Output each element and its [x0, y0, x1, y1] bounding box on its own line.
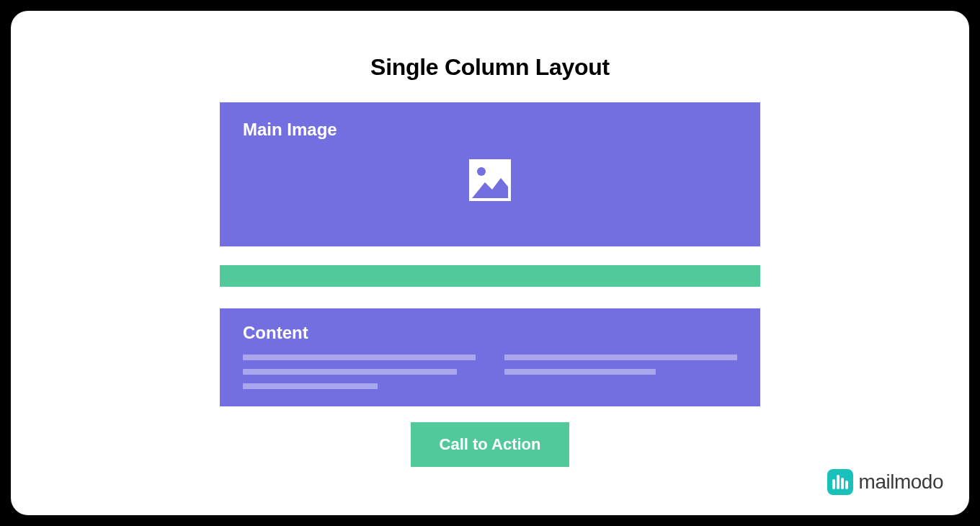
content-col-left — [243, 355, 476, 389]
text-line — [243, 355, 476, 360]
content-section: Content — [220, 308, 760, 406]
content-col-right — [504, 355, 737, 389]
content-placeholder-lines — [243, 355, 737, 389]
svg-rect-5 — [845, 481, 848, 489]
layout-stack: Main Image Content — [220, 102, 760, 467]
main-image-section: Main Image — [220, 102, 760, 246]
page-title: Single Column Layout — [370, 54, 610, 81]
diagram-card: Single Column Layout Main Image Content — [11, 11, 969, 515]
text-line — [504, 355, 737, 360]
svg-point-1 — [477, 167, 486, 176]
brand-name: mailmodo — [859, 471, 943, 494]
image-placeholder-icon — [469, 159, 511, 204]
content-label: Content — [243, 323, 737, 343]
text-line — [504, 369, 656, 375]
svg-rect-3 — [837, 475, 839, 489]
text-line — [243, 369, 457, 375]
text-line — [243, 383, 378, 389]
svg-rect-2 — [832, 479, 835, 489]
brand-mark-icon — [827, 469, 853, 495]
brand-logo: mailmodo — [827, 469, 943, 495]
main-image-label: Main Image — [243, 120, 737, 140]
divider-bar — [220, 265, 760, 287]
svg-rect-4 — [841, 478, 844, 489]
cta-button[interactable]: Call to Action — [411, 422, 570, 467]
